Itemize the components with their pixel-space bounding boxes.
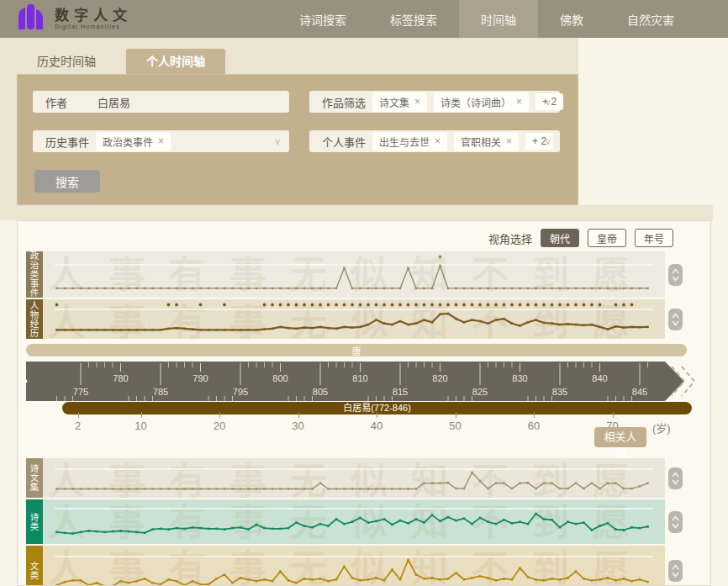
works-tag[interactable]: 诗类（诗词曲） × [434, 92, 529, 112]
dynasty-label: 唐 [352, 344, 361, 357]
age-tick [141, 412, 142, 418]
svg-text:830: 830 [512, 373, 527, 383]
personal-events-field[interactable]: 个人事件 出生与去世 × 官职相关 × + 2 ∨ [309, 130, 560, 152]
nav-item-natural-disaster[interactable]: 自然灾害 [605, 0, 696, 38]
chart-area-experience[interactable]: 人事有事无似知不到愿 [43, 299, 665, 339]
up-down-chevrons-icon [671, 312, 680, 327]
age-tick [219, 412, 220, 418]
timeline-tabs: 历史时间轴 个人时间轴 [24, 49, 225, 74]
age-tick-label: 10 [135, 420, 146, 432]
search-form-panel: 作者 白居易 作品筛选 诗文集 × 诗类（诗词曲） × + 2 ∨ 历史事件 政… [17, 74, 578, 205]
chart-scroll-control[interactable] [668, 467, 683, 489]
brand-title: 数字人文 [55, 8, 132, 24]
background-band [578, 205, 713, 220]
nav-item-poem-search[interactable]: 诗词搜索 [277, 0, 368, 38]
age-tick-label: 20 [214, 420, 225, 432]
navbar: 数字人文 Digital Humanities 诗词搜索 标签搜索 时间轴 佛教… [0, 0, 728, 38]
scroll-left-arrow[interactable] [17, 364, 24, 399]
chart-scroll-control[interactable] [668, 264, 683, 286]
history-tag[interactable]: 政治类事件 × [96, 132, 171, 151]
dynasty-bar[interactable]: 唐 [26, 344, 687, 356]
svg-text:800: 800 [272, 373, 288, 383]
nav-item-timeline[interactable]: 时间轴 [459, 0, 538, 38]
chart-area-poetry[interactable]: 人事有事无似知不到愿 [43, 499, 665, 544]
chart-scroll-control[interactable] [668, 309, 683, 330]
up-down-chevrons-icon [671, 515, 680, 530]
tab-history-timeline[interactable]: 历史时间轴 [24, 49, 109, 74]
chart-row-label-prose: 文类 [26, 546, 43, 586]
chevron-down-icon[interactable]: ∨ [545, 97, 551, 108]
chart-row-label-experience: 人物经历 [26, 299, 43, 339]
age-tick-label: 30 [292, 420, 303, 432]
history-events-label: 历史事件 [45, 134, 89, 150]
chart-scroll-collection [667, 458, 683, 498]
svg-text:815: 815 [393, 387, 408, 397]
view-selector-label: 视角选择 [488, 230, 532, 246]
chart-scroll-prose [667, 546, 683, 586]
timeline-panel: 视角选择 朝代 皇帝 年号 政治类事件人事有事无似知不到愿人物经历人事有事无似知… [17, 220, 711, 586]
chart-row-prose: 文类人事有事无似知不到愿 [26, 546, 683, 586]
view-option-era[interactable]: 年号 [635, 229, 673, 247]
logo-icon [15, 3, 49, 34]
chevron-down-icon[interactable]: ∨ [274, 136, 281, 147]
svg-text:805: 805 [313, 387, 328, 397]
view-option-emperor[interactable]: 皇帝 [588, 229, 626, 247]
author-field[interactable]: 作者 白居易 [33, 91, 289, 113]
chart-row-poetry: 诗类人事有事无似知不到愿 [26, 499, 683, 544]
age-tick [78, 412, 79, 418]
personal-tag[interactable]: 官职相关 × [454, 132, 519, 151]
works-filter-field[interactable]: 作品筛选 诗文集 × 诗类（诗词曲） × + 2 ∨ [309, 91, 560, 113]
view-selector: 视角选择 朝代 皇帝 年号 [488, 229, 673, 247]
remove-tag-icon[interactable]: × [414, 97, 420, 107]
svg-text:820: 820 [432, 373, 447, 383]
remove-tag-icon[interactable]: × [435, 136, 440, 146]
brand-text: 数字人文 Digital Humanities [55, 8, 132, 29]
svg-text:795: 795 [233, 387, 248, 397]
svg-text:835: 835 [552, 387, 567, 397]
nav-menu: 诗词搜索 标签搜索 时间轴 佛教 自然灾害 [277, 0, 696, 38]
remove-tag-icon[interactable]: × [158, 136, 164, 146]
age-tick-label: 2 [75, 420, 81, 432]
chart-scroll-control[interactable] [668, 560, 683, 582]
remove-tag-icon[interactable]: × [506, 136, 512, 146]
svg-text:790: 790 [193, 373, 208, 383]
chart-row-experience: 人物经历人事有事无似知不到愿 [26, 299, 683, 339]
chart-scroll-experience [667, 299, 683, 339]
up-down-chevrons-icon [671, 563, 680, 578]
remove-tag-icon[interactable]: × [516, 97, 522, 107]
tab-personal-timeline[interactable]: 个人时间轴 [126, 49, 225, 74]
age-tick-label: 60 [528, 420, 540, 432]
related-people-button[interactable]: 相关人物 [594, 427, 646, 447]
personal-tag-label: 出生与去世 [379, 135, 430, 149]
history-events-field[interactable]: 历史事件 政治类事件 × ∨ [33, 130, 289, 152]
works-tag[interactable]: 诗文集 × [372, 92, 427, 112]
search-button[interactable]: 搜索 [34, 170, 100, 193]
author-value: 白居易 [98, 94, 130, 110]
svg-text:825: 825 [472, 387, 488, 397]
view-option-dynasty[interactable]: 朝代 [541, 229, 579, 247]
personal-tag[interactable]: 出生与去世 × [372, 132, 447, 151]
svg-text:775: 775 [73, 387, 88, 397]
nav-item-tag-search[interactable]: 标签搜索 [368, 0, 459, 38]
chart-row-label-poetry: 诗类 [26, 499, 43, 544]
chart-area-politics[interactable]: 人事有事无似知不到愿 [43, 251, 665, 298]
svg-text:780: 780 [113, 373, 128, 383]
nav-item-buddhism[interactable]: 佛教 [538, 0, 605, 38]
chart-scroll-control[interactable] [668, 511, 683, 533]
works-tag-label: 诗文集 [379, 95, 409, 109]
age-tick [377, 412, 377, 418]
event-chart-rows: 政治类事件人事有事无似知不到愿人物经历人事有事无似知不到愿 [26, 251, 683, 341]
author-label: 作者 [45, 94, 67, 110]
chart-scroll-politics [667, 251, 683, 298]
chart-area-collection[interactable]: 人事有事无似知不到愿 [43, 458, 665, 498]
chart-row-label-politics: 政治类事件 [26, 251, 43, 298]
timeline-ruler[interactable]: 7757807857907958008058108158208258308358… [17, 361, 711, 403]
up-down-chevrons-icon [671, 471, 680, 486]
age-tick-label: 40 [371, 420, 382, 432]
svg-text:810: 810 [352, 373, 367, 383]
personal-tag-label: 官职相关 [461, 135, 501, 149]
brand[interactable]: 数字人文 Digital Humanities [15, 3, 132, 34]
age-tick [613, 412, 614, 418]
chart-area-prose[interactable]: 人事有事无似知不到愿 [43, 546, 665, 586]
chevron-down-icon[interactable]: ∨ [545, 136, 551, 147]
